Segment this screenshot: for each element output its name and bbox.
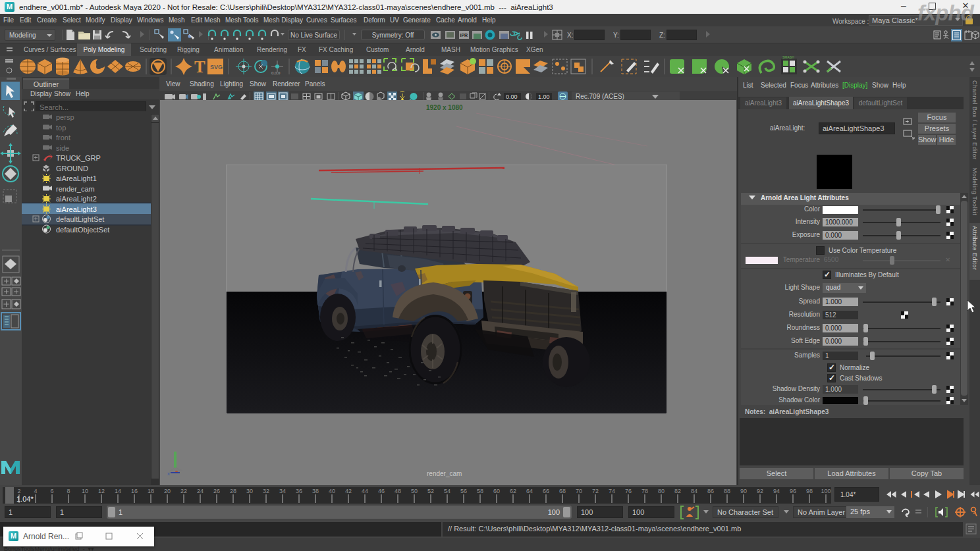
svg-text:86: 86 (707, 488, 714, 494)
svg-text:aiAreaLight1: aiAreaLight1 (56, 174, 97, 182)
svg-text:SVG: SVG (210, 64, 223, 70)
svg-text:16: 16 (131, 488, 138, 494)
svg-text:28: 28 (230, 488, 236, 494)
svg-text:72: 72 (592, 488, 599, 494)
svg-text:24: 24 (197, 488, 204, 494)
svg-text:front: front (56, 134, 70, 142)
svg-text:render_cam: render_cam (56, 185, 95, 193)
svg-text:T: T (194, 58, 205, 76)
svg-text:top: top (56, 124, 66, 132)
svg-text:90: 90 (740, 488, 747, 494)
svg-text:82: 82 (674, 488, 681, 494)
svg-text:70: 70 (576, 488, 582, 494)
svg-text:defaultObjectSet: defaultObjectSet (56, 226, 109, 234)
svg-text:22: 22 (180, 488, 187, 494)
svg-text:20: 20 (164, 488, 171, 494)
svg-text:88: 88 (724, 488, 730, 494)
svg-text:0,0,0: 0,0,0 (271, 71, 281, 75)
svg-text:30: 30 (246, 488, 253, 494)
svg-text:56: 56 (460, 488, 467, 494)
svg-text:38: 38 (312, 488, 319, 494)
svg-text:14: 14 (115, 488, 121, 494)
svg-text:78: 78 (641, 488, 648, 494)
svg-text:persp: persp (56, 113, 74, 121)
svg-text:52: 52 (427, 488, 434, 494)
svg-text:36: 36 (296, 488, 302, 494)
svg-text:34: 34 (279, 488, 286, 494)
svg-text:SMASH: SMASH (782, 56, 794, 59)
svg-text:60: 60 (493, 488, 500, 494)
svg-text:6: 6 (50, 488, 53, 494)
svg-text:Rec.709 (ACES): Rec.709 (ACES) (576, 93, 624, 100)
svg-text:96: 96 (790, 488, 796, 494)
svg-text:1.00: 1.00 (538, 93, 550, 100)
svg-text:64: 64 (526, 488, 533, 494)
svg-text:100: 100 (821, 488, 830, 494)
svg-text:aiAreaLight2: aiAreaLight2 (56, 195, 97, 203)
svg-text:74: 74 (609, 488, 615, 494)
svg-text:54: 54 (444, 488, 450, 494)
svg-text:side: side (56, 144, 69, 152)
svg-text:2: 2 (17, 488, 20, 494)
svg-text:4: 4 (34, 488, 37, 494)
svg-text:98: 98 (806, 488, 813, 494)
svg-text:94: 94 (773, 488, 780, 494)
svg-text:10: 10 (82, 488, 88, 494)
svg-text:84: 84 (691, 488, 697, 494)
svg-text:32: 32 (263, 488, 269, 494)
svg-text:40: 40 (329, 488, 335, 494)
svg-text:44: 44 (362, 488, 368, 494)
svg-text:92: 92 (757, 488, 763, 494)
svg-text:12: 12 (98, 488, 105, 494)
svg-text:46: 46 (378, 488, 385, 494)
svg-text:aiAreaLight3: aiAreaLight3 (56, 205, 97, 213)
svg-text:48: 48 (395, 488, 401, 494)
svg-text:GROUND: GROUND (56, 165, 88, 172)
svg-text:42: 42 (345, 488, 352, 494)
svg-text:68: 68 (559, 488, 566, 494)
svg-text:0.00: 0.00 (506, 93, 518, 100)
svg-text:TRUCK_GRP: TRUCK_GRP (56, 154, 101, 162)
svg-text:18: 18 (148, 488, 154, 494)
svg-text:8: 8 (67, 488, 70, 494)
svg-text:58: 58 (477, 488, 483, 494)
svg-text:66: 66 (543, 488, 549, 494)
svg-text:76: 76 (625, 488, 632, 494)
svg-text:50: 50 (411, 488, 418, 494)
svg-text:80: 80 (658, 488, 665, 494)
svg-text:x: x (167, 471, 170, 477)
svg-text:26: 26 (213, 488, 220, 494)
svg-text:62: 62 (510, 488, 516, 494)
svg-text:defaultLightSet: defaultLightSet (56, 215, 104, 223)
svg-text:IPR: IPR (460, 33, 468, 38)
